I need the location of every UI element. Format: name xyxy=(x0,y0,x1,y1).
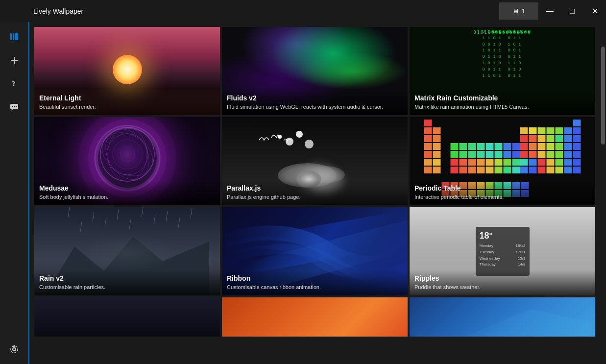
sidebar-item-add[interactable] xyxy=(4,50,24,70)
wallpaper-grid: Eternal Light Beautiful sunset render. F… xyxy=(34,27,595,337)
titlebar: Lively Wallpaper 🖥 1 — □ ✕ xyxy=(0,0,606,22)
minimize-button[interactable]: — xyxy=(538,2,561,20)
svg-rect-100 xyxy=(512,167,520,173)
monitor-icon: 🖥 xyxy=(512,7,519,15)
scrollbar-thumb[interactable] xyxy=(601,47,605,145)
wallpaper-card-periodic-table[interactable]: Periodic Table Interactive periodic tabl… xyxy=(410,117,595,205)
svg-rect-99 xyxy=(504,167,511,173)
card-desc-periodic-table: Interactive periodic table of elements. xyxy=(414,194,590,200)
svg-line-133 xyxy=(166,211,168,221)
chat-icon xyxy=(9,102,19,112)
svg-line-132 xyxy=(142,207,143,217)
card-title-medusae: Medusae xyxy=(39,184,215,192)
svg-rect-67 xyxy=(520,151,528,158)
svg-rect-59 xyxy=(451,151,459,158)
card-info-ripples: Ripples Puddle that shows weather. xyxy=(410,270,595,295)
svg-text:?: ? xyxy=(12,80,15,88)
svg-rect-53 xyxy=(547,143,555,150)
wallpaper-card-parallax[interactable]: Parallax.js Parallax.js engine github pa… xyxy=(222,117,408,205)
svg-rect-25 xyxy=(529,127,537,134)
wallpaper-card-medusae[interactable]: Medusae Soft body jellyfish simulation. xyxy=(34,117,220,205)
close-button[interactable]: ✕ xyxy=(583,2,606,20)
svg-line-138 xyxy=(154,215,155,224)
weather-row-2: Tuesday17/11 xyxy=(480,249,526,256)
svg-rect-88 xyxy=(556,159,563,166)
svg-rect-55 xyxy=(564,143,572,150)
svg-rect-91 xyxy=(424,167,432,173)
svg-rect-26 xyxy=(538,127,546,134)
svg-rect-38 xyxy=(564,135,572,142)
svg-rect-78 xyxy=(468,159,476,166)
app-title: Lively Wallpaper xyxy=(33,7,83,15)
svg-rect-85 xyxy=(529,159,537,166)
wallpaper-card-ripples[interactable]: 18° Monday18/12 Tuesday17/11 Wednesday15… xyxy=(410,207,595,295)
wallpaper-card-matrix-rain[interactable]: ０１０１ ０１０ １１０１ ０１１ ００１０ １０１ １０１１ ００１ ０１１０… xyxy=(410,27,595,115)
svg-rect-73 xyxy=(573,151,581,158)
svg-rect-80 xyxy=(486,159,494,166)
svg-rect-40 xyxy=(424,143,432,150)
monitor-button[interactable]: 🖥 1 xyxy=(499,2,538,20)
svg-rect-75 xyxy=(433,159,441,166)
svg-rect-45 xyxy=(477,143,485,150)
svg-rect-101 xyxy=(520,167,528,173)
main-content[interactable]: Eternal Light Beautiful sunset render. F… xyxy=(29,22,600,364)
wallpaper-card-rain-v2[interactable]: Rain v2 Customisable rain particles. xyxy=(34,207,220,295)
svg-rect-87 xyxy=(547,159,555,166)
svg-rect-34 xyxy=(529,135,537,142)
svg-rect-60 xyxy=(460,151,467,158)
maximize-button[interactable]: □ xyxy=(561,2,583,20)
wallpaper-card-partial-left[interactable] xyxy=(34,297,220,337)
card-desc-parallax: Parallax.js engine github page. xyxy=(227,194,403,200)
weather-row-1: Monday18/12 xyxy=(480,243,526,249)
svg-rect-86 xyxy=(538,159,546,166)
wallpaper-card-partial-blue[interactable] xyxy=(410,297,595,337)
svg-rect-49 xyxy=(512,143,520,150)
svg-rect-61 xyxy=(468,151,476,158)
svg-point-14 xyxy=(107,134,148,175)
svg-point-15 xyxy=(113,140,142,169)
sidebar-item-library[interactable] xyxy=(4,27,24,47)
card-title-matrix-rain: Matrix Rain Customizable xyxy=(414,94,590,102)
settings-icon xyxy=(9,344,19,354)
svg-rect-27 xyxy=(547,127,555,134)
svg-rect-50 xyxy=(520,143,528,150)
card-info-parallax: Parallax.js Parallax.js engine github pa… xyxy=(222,180,408,205)
svg-point-17 xyxy=(94,124,160,185)
svg-rect-2 xyxy=(15,33,18,40)
svg-rect-68 xyxy=(529,151,537,158)
svg-rect-30 xyxy=(573,127,581,134)
svg-rect-28 xyxy=(556,127,563,134)
card-title-fluids-v2: Fluids v2 xyxy=(227,94,403,102)
card-desc-medusae: Soft body jellyfish simulation. xyxy=(39,194,215,200)
svg-rect-23 xyxy=(433,127,441,134)
svg-rect-69 xyxy=(538,151,546,158)
sidebar-item-settings[interactable] xyxy=(4,340,24,359)
wallpaper-card-partial-orange[interactable] xyxy=(222,297,408,337)
svg-rect-29 xyxy=(564,127,572,134)
sidebar-item-help[interactable]: ? xyxy=(4,74,24,94)
scrollbar[interactable] xyxy=(600,22,606,364)
svg-rect-95 xyxy=(468,167,476,173)
card-info-matrix-rain: Matrix Rain Customizable Matrix like rai… xyxy=(410,90,595,115)
svg-rect-71 xyxy=(556,151,563,158)
wallpaper-card-fluids-v2[interactable]: Fluids v2 Fluid simulation using WebGL, … xyxy=(222,27,408,115)
svg-rect-62 xyxy=(477,151,485,158)
svg-rect-103 xyxy=(538,167,546,173)
monitor-count: 1 xyxy=(522,7,525,15)
svg-rect-105 xyxy=(556,167,563,173)
svg-rect-56 xyxy=(573,143,581,150)
svg-rect-41 xyxy=(433,143,441,150)
svg-rect-89 xyxy=(564,159,572,166)
svg-point-12 xyxy=(98,125,157,184)
svg-rect-64 xyxy=(495,151,503,158)
svg-line-134 xyxy=(191,208,192,218)
wallpaper-card-eternal-light[interactable]: Eternal Light Beautiful sunset render. xyxy=(34,27,220,115)
window-controls: 🖥 1 — □ ✕ xyxy=(499,2,606,20)
svg-rect-4 xyxy=(11,60,18,61)
weather-row-3: Wednesday15/9 xyxy=(480,256,526,262)
svg-line-137 xyxy=(129,219,131,229)
svg-rect-76 xyxy=(451,159,459,166)
svg-rect-47 xyxy=(495,143,503,150)
wallpaper-card-ribbon[interactable]: Ribbon Customisable canvas ribbon animat… xyxy=(222,207,408,295)
sidebar-item-chat[interactable] xyxy=(4,97,24,117)
